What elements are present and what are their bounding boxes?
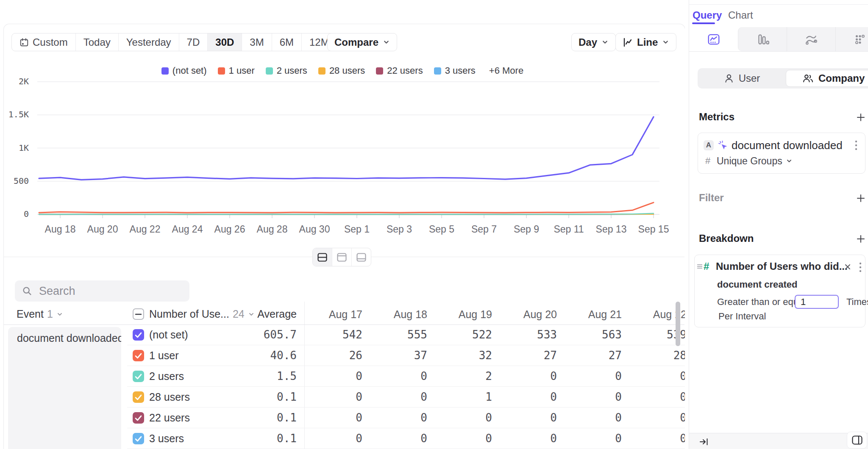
event-column-header[interactable]: Event 1: [17, 304, 63, 324]
legend-item[interactable]: 3 users: [434, 65, 476, 76]
compare-button[interactable]: Compare: [327, 33, 397, 51]
interval-label: Day: [579, 36, 597, 48]
add-filter-button[interactable]: [856, 194, 865, 203]
panel-top-border: [689, 4, 868, 5]
filter-heading: Filter: [699, 192, 724, 203]
check-icon: [135, 374, 142, 380]
metrics-heading: Metrics: [699, 111, 734, 122]
range-button-6m[interactable]: 6M: [272, 33, 301, 51]
row-checkbox[interactable]: [133, 412, 144, 424]
chart-type-dropdown[interactable]: Line: [615, 33, 676, 51]
row-checkbox[interactable]: [133, 371, 144, 382]
times-input[interactable]: [795, 295, 839, 309]
chevron-down-icon: [662, 39, 669, 46]
row-value: 1: [428, 387, 492, 407]
x-axis-tick: Aug 24: [164, 224, 211, 235]
metric-card[interactable]: A document downloaded # Unique Groups: [698, 133, 865, 174]
company-label: Company: [818, 72, 865, 84]
search-input[interactable]: [38, 284, 175, 298]
row-checkbox[interactable]: [133, 433, 144, 444]
row-value: 0: [299, 366, 362, 387]
column-header[interactable]: Aug 18: [364, 308, 427, 321]
column-header[interactable]: Aug 21: [558, 308, 622, 321]
toggle-option-company[interactable]: Company: [786, 70, 868, 87]
add-breakdown-button[interactable]: [856, 234, 865, 244]
legend-item[interactable]: 1 user: [218, 65, 255, 76]
chart-type-flow-tab[interactable]: [787, 27, 835, 51]
x-axis-tick: Sep 15: [630, 224, 677, 235]
average-column-header[interactable]: Average: [212, 304, 297, 324]
split-layout-icon: [317, 252, 328, 262]
grid-dots-icon: [853, 33, 867, 46]
range-button-7d[interactable]: 7D: [179, 33, 208, 51]
breakdown-menu-button[interactable]: [859, 262, 862, 273]
column-header[interactable]: Aug 19: [428, 308, 492, 321]
row-value: 0: [558, 407, 622, 428]
row-value: 533: [493, 324, 557, 345]
toggle-option-user[interactable]: User: [698, 68, 786, 89]
tab-chart[interactable]: Chart: [728, 8, 753, 22]
row-value: 32: [428, 345, 492, 366]
legend-more[interactable]: +6 More: [489, 65, 523, 76]
legend-item[interactable]: 28 users: [318, 65, 365, 76]
add-metric-button[interactable]: [856, 113, 865, 122]
range-button-today[interactable]: Today: [75, 33, 118, 51]
close-icon[interactable]: [844, 263, 851, 271]
table-scrollbar[interactable]: [676, 302, 680, 346]
row-value: 26: [299, 345, 362, 366]
row-value: 0: [364, 387, 427, 407]
row-label: 1 user: [149, 345, 178, 366]
layout-split-button[interactable]: [313, 248, 332, 266]
legend-item[interactable]: (not set): [161, 65, 207, 76]
row-value: 0: [493, 366, 557, 387]
x-axis-tick: Aug 18: [37, 224, 83, 235]
interval-dropdown[interactable]: Day: [571, 33, 616, 51]
chevron-down-icon: [601, 39, 609, 46]
tab-query[interactable]: Query: [693, 8, 722, 22]
legend-label: 28 users: [329, 65, 365, 76]
line-chart-icon: [707, 33, 721, 46]
chart-type-line-tab[interactable]: [689, 27, 738, 51]
range-button-custom[interactable]: Custom: [12, 33, 75, 51]
row-value: 0: [493, 407, 557, 428]
range-button-yesterday[interactable]: Yesterday: [118, 33, 179, 51]
legend-label: 22 users: [387, 65, 423, 76]
legend-swatch: [318, 67, 326, 75]
query-panel: Query Chart: [689, 0, 868, 449]
row-checkbox[interactable]: [133, 329, 144, 341]
range-button-30d[interactable]: 30D: [207, 33, 242, 51]
chart-type-grid-tab[interactable]: [835, 27, 868, 51]
range-label: Today: [83, 36, 111, 48]
row-value: 27: [493, 345, 557, 366]
row-label: 2 users: [149, 366, 184, 387]
column-header[interactable]: Aug 17: [299, 308, 362, 321]
row-value: 2: [428, 366, 492, 387]
chart-type-bar-tab[interactable]: [738, 27, 787, 51]
column-header[interactable]: Aug 20: [493, 308, 557, 321]
row-average: 0.1: [212, 428, 297, 449]
range-button-3m[interactable]: 3M: [242, 33, 271, 51]
row-value: 0: [364, 366, 427, 387]
row-value: 0: [493, 428, 557, 449]
drag-handle-icon[interactable]: [697, 263, 703, 270]
legend-item[interactable]: 2 users: [266, 65, 307, 76]
layout-chart-only-button[interactable]: [332, 248, 351, 266]
side-panel-toggle-button[interactable]: [847, 432, 867, 449]
row-label: 22 users: [149, 407, 190, 428]
legend-item[interactable]: 22 users: [376, 65, 423, 76]
collapse-panel-icon[interactable]: [699, 437, 709, 447]
row-value: 0: [428, 407, 492, 428]
row-checkbox[interactable]: [133, 350, 144, 361]
select-all-checkbox[interactable]: [133, 308, 144, 320]
metric-menu-button[interactable]: [855, 140, 857, 151]
event-cell[interactable]: document downloaded [U...: [8, 327, 121, 449]
breakdown-card[interactable]: # Number of Users who did... document cr…: [694, 255, 865, 327]
chevron-down-icon: [383, 39, 390, 46]
range-label: Yesterday: [126, 36, 171, 48]
row-value: 555: [364, 324, 427, 345]
row-checkbox[interactable]: [133, 391, 144, 403]
y-axis-tick: 1.5K: [0, 109, 29, 119]
layout-table-only-button[interactable]: [351, 248, 371, 266]
row-value: 563: [558, 324, 622, 345]
aggregation-dropdown[interactable]: Unique Groups: [717, 155, 793, 166]
